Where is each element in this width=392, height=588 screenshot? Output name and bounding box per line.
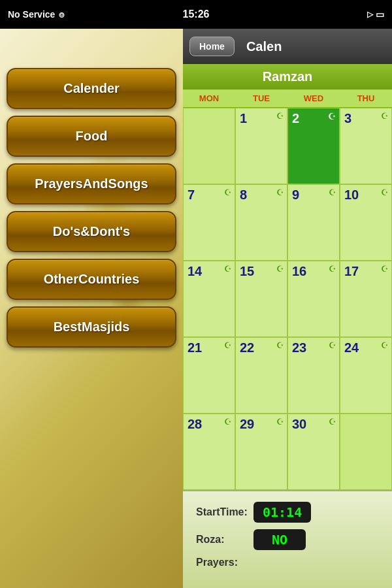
right-panel: Home Calen Ramzan MON TUE WED THU ☪ 1 ☪ … xyxy=(183,29,392,588)
pk-icon-17: ☪ xyxy=(381,264,389,274)
pk-icon-1: ☪ xyxy=(276,111,284,121)
cal-cell-14[interactable]: ☪ 14 xyxy=(183,261,235,337)
cal-cell-23[interactable]: ☪ 23 xyxy=(287,337,340,414)
cal-cell-empty-2 xyxy=(340,414,392,490)
pk-icon-8: ☪ xyxy=(276,188,284,197)
home-button[interactable]: Home xyxy=(189,37,235,56)
cal-cell-7[interactable]: ☪ 7 xyxy=(183,184,235,261)
month-label: Ramzan xyxy=(263,69,313,84)
info-panel: StartTime: 01:14 Roza: NO Prayers: xyxy=(183,490,392,588)
cal-cell-21[interactable]: ☪ 21 xyxy=(183,337,235,414)
cal-cell-10[interactable]: ☪ 10 xyxy=(340,184,392,261)
left-panel: Calender Food PrayersAndSongs Do's&Dont'… xyxy=(0,29,183,588)
prayers-label: Prayers: xyxy=(196,557,248,568)
status-right: ▷ ▭ xyxy=(367,9,384,20)
wifi-icon: ⌾ xyxy=(59,9,64,20)
cal-cell-22[interactable]: ☪ 22 xyxy=(235,337,287,414)
cal-cell-3[interactable]: ☪ 3 xyxy=(340,108,392,184)
pk-icon-24: ☪ xyxy=(381,340,389,350)
status-left: No Service ⌾ xyxy=(8,9,64,20)
pk-icon-15: ☪ xyxy=(276,264,284,274)
pk-icon-3: ☪ xyxy=(381,111,389,121)
roza-row: Roza: NO xyxy=(196,529,379,550)
pk-icon-9: ☪ xyxy=(329,188,336,197)
pk-icon-28: ☪ xyxy=(224,417,232,427)
pk-icon-14: ☪ xyxy=(224,264,232,274)
prayers-songs-button[interactable]: PrayersAndSongs xyxy=(7,163,176,204)
pk-icon-22: ☪ xyxy=(276,340,284,350)
roza-value: NO xyxy=(253,529,306,550)
battery-icon: ▭ xyxy=(376,9,384,20)
pk-icon-29: ☪ xyxy=(276,417,284,427)
day-wed: WED xyxy=(287,90,340,107)
nav-bar: Home Calen xyxy=(183,29,392,64)
calendar-grid: ☪ 1 ☪ 2 ☪ 3 ☪ 7 ☪ 8 ☪ 9 xyxy=(183,108,392,490)
day-mon: MON xyxy=(183,90,235,107)
best-masjids-button[interactable]: BestMasjids xyxy=(7,306,176,348)
cal-cell-empty-1[interactable] xyxy=(183,108,235,184)
cal-cell-2[interactable]: ☪ 2 xyxy=(287,108,340,184)
roza-label: Roza: xyxy=(196,534,248,546)
carrier-text: No Service xyxy=(8,9,55,20)
day-thu: THU xyxy=(340,90,392,107)
start-time-row: StartTime: 01:14 xyxy=(196,502,379,523)
cal-cell-30[interactable]: ☪ 30 xyxy=(287,414,340,490)
nav-title: Calen xyxy=(246,39,282,54)
day-tue: TUE xyxy=(235,90,287,107)
pk-icon-30: ☪ xyxy=(329,417,336,427)
gps-icon: ▷ xyxy=(367,10,373,19)
calendar-days-row: MON TUE WED THU xyxy=(183,90,392,108)
cal-cell-8[interactable]: ☪ 8 xyxy=(235,184,287,261)
cal-cell-9[interactable]: ☪ 9 xyxy=(287,184,340,261)
cal-cell-29[interactable]: ☪ 29 xyxy=(235,414,287,490)
pk-icon-16: ☪ xyxy=(329,264,336,274)
prayers-row: Prayers: xyxy=(196,557,379,568)
start-time-label: StartTime: xyxy=(196,506,248,518)
food-button[interactable]: Food xyxy=(7,116,176,157)
pk-icon-2: ☪ xyxy=(328,111,336,122)
cal-cell-17[interactable]: ☪ 17 xyxy=(340,261,392,337)
main-content: Calender Food PrayersAndSongs Do's&Dont'… xyxy=(0,29,392,588)
calendar-month-header: Ramzan xyxy=(183,64,392,90)
pk-icon-23: ☪ xyxy=(329,340,336,350)
cal-cell-24[interactable]: ☪ 24 xyxy=(340,337,392,414)
start-time-value: 01:14 xyxy=(253,502,311,523)
cal-cell-16[interactable]: ☪ 16 xyxy=(287,261,340,337)
status-time: 15:26 xyxy=(183,8,210,20)
dos-donts-button[interactable]: Do's&Dont's xyxy=(7,211,176,252)
other-countries-button[interactable]: OtherCountries xyxy=(7,259,176,300)
pk-icon-10: ☪ xyxy=(381,188,389,197)
cal-cell-1[interactable]: ☪ 1 xyxy=(235,108,287,184)
pk-icon-7: ☪ xyxy=(224,188,232,197)
status-bar: No Service ⌾ 15:26 ▷ ▭ xyxy=(0,0,392,29)
cal-cell-15[interactable]: ☪ 15 xyxy=(235,261,287,337)
pk-icon-21: ☪ xyxy=(224,340,232,350)
menu-buttons: Calender Food PrayersAndSongs Do's&Dont'… xyxy=(7,68,176,348)
calender-button[interactable]: Calender xyxy=(7,68,176,109)
cal-cell-28[interactable]: ☪ 28 xyxy=(183,414,235,490)
